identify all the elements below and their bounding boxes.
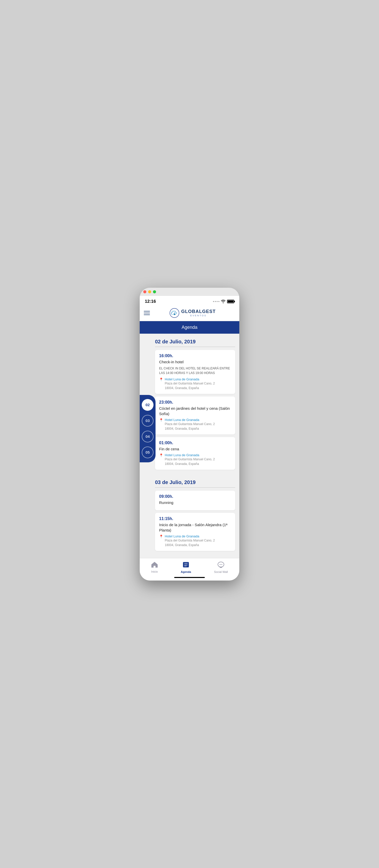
hamburger-line	[144, 314, 150, 315]
location-name: Hotel Luna de Granada	[165, 377, 215, 381]
tab-social-wall[interactable]: Social Wall	[209, 560, 233, 575]
page-title: Agenda	[144, 325, 235, 330]
battery-icon	[227, 300, 234, 303]
event-time: 23:00h.	[159, 400, 231, 405]
event-description: EL CHECK IN DEL HOTEL SE REALIZARÁ ENTRE…	[159, 366, 231, 375]
event-title: Check-in hotel	[159, 359, 231, 365]
tab-agenda-label: Agenda	[181, 570, 191, 574]
event-location: 📍 Hotel Luna de Granada Plaza del Guitar…	[159, 377, 231, 390]
app-header: GLOBALGEST EVENTOS	[140, 306, 239, 321]
logo-container: GLOBALGEST EVENTOS	[150, 308, 235, 318]
event-time: 16:00h.	[159, 353, 231, 358]
day-navigator: 02 03 04 05	[140, 395, 155, 462]
event-title: Fin de cena	[159, 446, 231, 452]
event-card-coctel[interactable]: 23:00h. Cóctel en jardines del hotel y c…	[155, 397, 235, 435]
location-address: Plaza del Guitarrista Manuel Cano, 21800…	[165, 422, 215, 431]
home-indicator	[140, 576, 239, 581]
tab-agenda[interactable]: Agenda	[176, 560, 196, 575]
location-details: Hotel Luna de Granada Plaza del Guitarri…	[165, 534, 215, 547]
location-details: Hotel Luna de Granada Plaza del Guitarri…	[165, 418, 215, 431]
hamburger-line	[144, 311, 150, 311]
logo-text: GLOBALGEST EVENTOS	[181, 309, 216, 317]
svg-point-7	[220, 564, 221, 565]
location-pin-icon: 📍	[159, 535, 163, 538]
event-time: 09:00h.	[159, 494, 231, 499]
logo-sub: EVENTOS	[181, 314, 216, 317]
agenda-icon	[183, 561, 189, 569]
event-time: 11:15h.	[159, 517, 231, 521]
page-title-bar: Agenda	[140, 321, 239, 334]
event-time: 01:00h.	[159, 441, 231, 445]
phone-frame: 12:16	[140, 288, 239, 581]
day-nav-item-03[interactable]: 03	[142, 415, 153, 427]
location-pin-icon: 📍	[159, 418, 163, 422]
location-name: Hotel Luna de Granada	[165, 418, 215, 422]
event-location: 📍 Hotel Luna de Granada Plaza del Guitar…	[159, 534, 231, 547]
event-title: Cóctel en jardines del hotel y cena (Sal…	[159, 406, 231, 416]
event-card-inicio-jornada[interactable]: 11:15h. Inicio de la jornada - Salón Ale…	[155, 513, 235, 551]
hamburger-line	[144, 313, 150, 313]
location-pin-icon: 📍	[159, 378, 163, 381]
location-details: Hotel Luna de Granada Plaza del Guitarri…	[165, 377, 215, 390]
svg-point-9	[222, 564, 223, 565]
location-address: Plaza del Guitarrista Manuel Cano, 21800…	[165, 457, 215, 466]
event-card-checkin[interactable]: 16:00h. Check-in hotel EL CHECK IN DEL H…	[155, 350, 235, 394]
status-bar: 12:16	[140, 296, 239, 306]
location-pin-icon: 📍	[159, 454, 163, 457]
content-area[interactable]: 02 03 04 05 02 de Julio, 2019 16:00h. Ch…	[140, 334, 239, 558]
home-icon	[151, 562, 158, 569]
window-chrome	[140, 288, 239, 296]
event-title: Running	[159, 500, 231, 505]
home-bar	[174, 577, 205, 578]
logo-cloud-icon	[170, 308, 179, 318]
day-divider	[155, 347, 235, 347]
day-divider	[155, 487, 235, 488]
svg-point-8	[221, 564, 222, 565]
maximize-dot[interactable]	[153, 290, 156, 293]
wifi-icon	[221, 300, 226, 303]
menu-button[interactable]	[144, 311, 150, 315]
day-heading-july-03: 03 de Julio, 2019	[155, 479, 235, 485]
close-dot[interactable]	[143, 290, 146, 293]
logo-name: GLOBALGEST	[181, 309, 216, 314]
minimize-dot[interactable]	[148, 290, 151, 293]
location-name: Hotel Luna de Granada	[165, 453, 215, 457]
location-address: Plaza del Guitarrista Manuel Cano, 21800…	[165, 381, 215, 390]
signal-dots-icon	[213, 301, 220, 302]
day-nav-item-02[interactable]: 02	[142, 399, 153, 411]
event-location: 📍 Hotel Luna de Granada Plaza del Guitar…	[159, 453, 231, 466]
tab-inicio[interactable]: Inicio	[146, 561, 163, 574]
event-card-fin-cena[interactable]: 01:00h. Fin de cena 📍 Hotel Luna de Gran…	[155, 437, 235, 470]
event-title: Inicio de la jornada - Salón Alejandra (…	[159, 522, 231, 533]
tab-inicio-label: Inicio	[151, 570, 158, 573]
event-location: 📍 Hotel Luna de Granada Plaza del Guitar…	[159, 418, 231, 431]
status-time: 12:16	[145, 299, 156, 304]
day-heading-july-02: 02 de Julio, 2019	[155, 339, 235, 345]
day-section-july-03: 03 de Julio, 2019 09:00h. Running 11:15h…	[140, 474, 239, 556]
event-card-running[interactable]: 09:00h. Running	[155, 491, 235, 510]
location-details: Hotel Luna de Granada Plaza del Guitarri…	[165, 453, 215, 466]
location-address: Plaza del Guitarrista Manuel Cano, 21800…	[165, 538, 215, 547]
tab-bar: Inicio Agenda	[140, 558, 239, 576]
day-nav-item-05[interactable]: 05	[142, 446, 153, 458]
location-name: Hotel Luna de Granada	[165, 534, 215, 538]
tab-social-wall-label: Social Wall	[214, 570, 228, 574]
social-wall-icon	[217, 561, 225, 569]
day-nav-item-04[interactable]: 04	[142, 431, 153, 442]
status-icons	[213, 300, 234, 303]
